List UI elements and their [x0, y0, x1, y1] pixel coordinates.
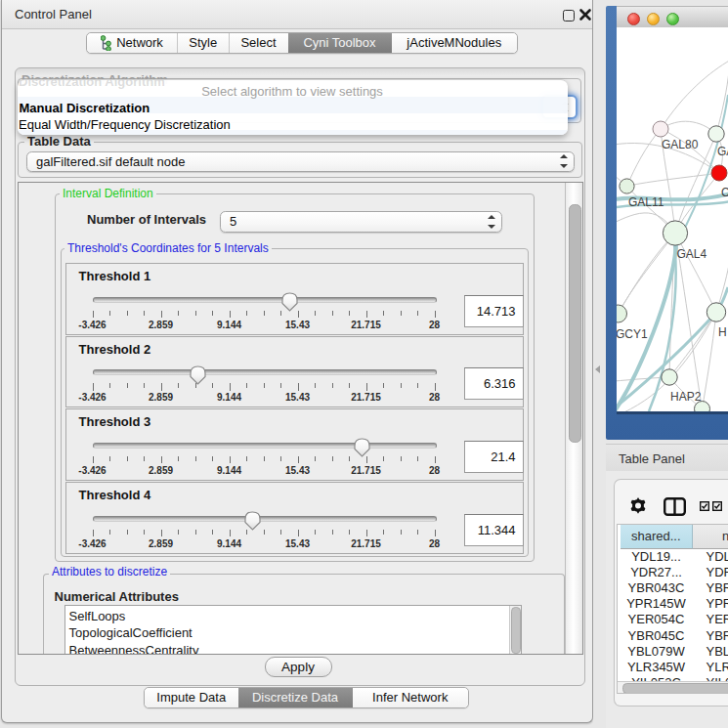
threshold-slider-track[interactable] — [93, 443, 437, 449]
table-row[interactable]: YBR043CYBR0 — [618, 580, 728, 596]
network-node[interactable] — [663, 221, 687, 245]
threshold-slider-track[interactable] — [93, 516, 437, 522]
table-row[interactable]: YLR345WYLR3 — [618, 660, 728, 675]
threshold-label: Threshold 1 — [79, 269, 151, 283]
tab-cyni-toolbox-label: Cyni Toolbox — [303, 35, 375, 50]
algorithm-popup-item-equal-width[interactable]: Equal Width/Frequency Discretization — [19, 117, 231, 132]
viewport-scrollbar-thumb[interactable] — [569, 204, 581, 443]
network-node[interactable] — [662, 369, 677, 385]
split-columns-icon[interactable] — [664, 497, 686, 516]
tab-select[interactable]: Select — [230, 33, 288, 53]
cell-shared-name: YPR145W — [621, 596, 693, 611]
threshold-value-field[interactable]: 14.713 — [464, 295, 524, 327]
tick-label: 15.43 — [285, 392, 310, 403]
cell-shared-name: YBR043C — [621, 580, 693, 595]
table-data-group-label: Table Data — [24, 135, 94, 149]
tick-label: 2.859 — [149, 392, 173, 403]
network-edge[interactable] — [617, 243, 619, 314]
minimize-traffic-light[interactable] — [647, 13, 660, 25]
table-row[interactable]: YPR145WYPR1 — [618, 596, 728, 612]
threshold-slider-track[interactable] — [93, 369, 437, 375]
network-canvas-shadow — [617, 411, 728, 415]
threshold-value-field[interactable]: 6.316 — [464, 367, 524, 400]
cell-shared-name: YBR045C — [621, 628, 693, 643]
numerical-attributes-list[interactable]: SelfLoopsTopologicalCoefficientBetweenne… — [64, 605, 522, 655]
apply-button[interactable]: Apply — [265, 657, 332, 677]
threshold-slider-thumb[interactable] — [190, 365, 206, 385]
network-node[interactable] — [708, 126, 724, 142]
table-row[interactable]: YER054CYER0 — [618, 612, 728, 627]
tab-network[interactable]: Network — [87, 33, 177, 53]
network-canvas[interactable]: GAL80GACGAL11GAL4GCY1HHAP2 — [617, 27, 728, 411]
tick-label: 28 — [429, 320, 440, 330]
cell-name: YBR0 — [707, 580, 728, 595]
tick-label: 15.43 — [285, 320, 310, 330]
threshold-panel-2: Threshold 2-3.4262.8599.14415.4321.71528… — [65, 336, 524, 408]
tab-style[interactable]: Style — [178, 33, 229, 53]
slider-tick-labels: -3.4262.8599.14415.4321.71528 — [93, 465, 436, 476]
tick-label: 9.144 — [217, 465, 241, 476]
network-edge[interactable] — [619, 234, 676, 315]
zoom-traffic-light[interactable] — [666, 13, 679, 25]
close-icon[interactable] — [578, 8, 592, 21]
gear-icon[interactable] — [629, 497, 647, 515]
tab-impute-data[interactable]: Impute Data — [145, 688, 238, 707]
column-header-name[interactable]: name — [693, 525, 728, 549]
algorithm-popup-item-manual[interactable]: Manual Discretization — [20, 101, 150, 115]
network-node[interactable] — [620, 179, 634, 193]
network-graph: GAL80GACGAL11GAL4GCY1HHAP2 — [617, 27, 728, 411]
attributes-group-label: Attributes to discretize — [49, 566, 170, 578]
tab-infer-network[interactable]: Infer Network — [353, 688, 469, 707]
table-row[interactable]: YBL079WYBL0 — [618, 644, 728, 660]
control-panel-titlebar: Control Panel — [2, 0, 592, 29]
cell-shared-name: YDR27... — [621, 565, 693, 579]
checkbox-icon[interactable] — [712, 501, 722, 511]
tab-discretize-data[interactable]: Discretize Data — [238, 688, 353, 707]
tick-label: 2.859 — [149, 320, 173, 330]
tab-jactivemnodules[interactable]: jActiveMNodules — [392, 33, 518, 53]
number-of-intervals-combobox[interactable]: 5 — [220, 211, 502, 233]
attribute-list-item[interactable]: TopologicalCoefficient — [69, 625, 193, 640]
attribute-list-item[interactable]: SelfLoops — [69, 609, 126, 623]
network-node[interactable] — [653, 121, 668, 137]
threshold-slider-thumb[interactable] — [354, 438, 370, 457]
cell-shared-name: YER054C — [621, 612, 693, 626]
table-row[interactable]: YDR27...YDR2 — [618, 565, 728, 580]
column-header-shared-name[interactable]: shared... — [621, 525, 694, 549]
checkbox-icon[interactable] — [700, 501, 709, 511]
tick-label: 9.144 — [217, 392, 241, 403]
threshold-value-field[interactable]: 11.344 — [464, 514, 524, 546]
table-horizontal-scrollbar[interactable] — [618, 681, 728, 693]
threshold-slider-thumb[interactable] — [244, 511, 261, 531]
network-edge[interactable] — [661, 121, 716, 134]
attribute-list-item[interactable]: BetweennessCentrality — [69, 643, 199, 655]
network-node[interactable] — [711, 165, 727, 181]
cell-name: YLR3 — [707, 660, 728, 674]
slider-ticks — [93, 311, 436, 319]
table-data-combobox[interactable]: galFiltered.sif default node — [26, 151, 575, 172]
slider-tick-labels: -3.4262.8599.14415.4321.71528 — [93, 538, 436, 549]
attributes-list-scrollbar[interactable] — [509, 606, 521, 655]
network-edge[interactable] — [661, 60, 728, 129]
number-of-intervals-value: 5 — [230, 212, 236, 232]
network-edge[interactable] — [627, 129, 662, 187]
table-row[interactable]: YBR045CYBR0 — [618, 628, 728, 644]
combobox-stepper-arrows-icon — [488, 215, 496, 229]
tab-cyni-toolbox[interactable]: Cyni Toolbox — [288, 33, 392, 53]
viewport-scrollbar[interactable] — [565, 183, 582, 654]
table-row[interactable]: YDL19...YDL1 — [618, 549, 728, 565]
tab-impute-data-label: Impute Data — [156, 690, 226, 705]
attributes-list-scrollbar-thumb[interactable] — [511, 607, 521, 654]
network-edge[interactable] — [619, 234, 676, 315]
float-window-icon[interactable] — [563, 10, 575, 21]
threshold-slider-track[interactable] — [93, 297, 437, 303]
network-node[interactable] — [707, 303, 725, 321]
threshold-slider-thumb[interactable] — [281, 292, 298, 312]
network-node[interactable] — [617, 305, 627, 322]
table-panel-titlebar: Table Panel — [606, 444, 728, 473]
splitter-collapse-icon[interactable] — [595, 365, 600, 373]
close-traffic-light[interactable] — [627, 13, 640, 25]
table-horizontal-scrollbar-thumb[interactable] — [622, 683, 728, 694]
threshold-value-field[interactable]: 21.4 — [464, 441, 524, 473]
slider-ticks — [93, 456, 436, 464]
